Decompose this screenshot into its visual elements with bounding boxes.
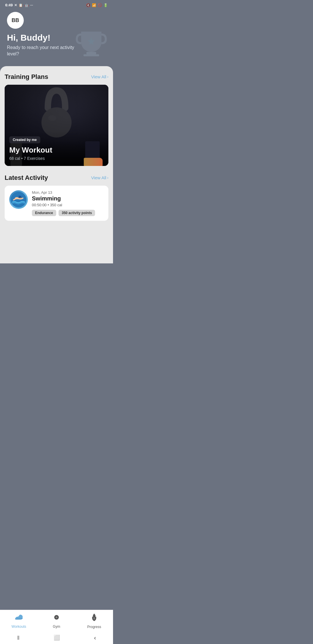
chevron-right-icon: ›: [107, 75, 108, 79]
training-plans-section: Training Plans View All ›: [5, 73, 108, 166]
wifi-icon: 📶: [92, 3, 96, 7]
training-plan-card[interactable]: Created by me My Workout 68 cal • 7 Exer…: [5, 85, 108, 166]
status-left: 6:49 ✕ 📋 🤖 ···: [5, 3, 33, 7]
tag-endurance: Endurance: [32, 210, 56, 216]
header-section: BB Hi, Buddy! Ready to reach your next a…: [0, 9, 113, 66]
status-right: 🔇 📶 🚫 🔋: [86, 3, 108, 7]
greeting-subtitle: Ready to reach your next activity level?: [7, 44, 82, 57]
avatar: BB: [7, 12, 24, 29]
latest-activity-section: Latest Activity View All ›: [5, 174, 108, 221]
latest-activity-view-all[interactable]: View All ›: [91, 175, 108, 180]
activity-thumbnail: [9, 190, 28, 209]
more-icon: ···: [30, 3, 33, 7]
created-badge: Created by me: [9, 136, 40, 143]
swimmer-illustration: [11, 192, 26, 207]
activity-tags: Endurance 350 activity points: [32, 210, 104, 216]
battery-icon: 🔋: [103, 3, 108, 7]
latest-activity-title: Latest Activity: [5, 174, 48, 182]
time-display: 6:49: [5, 3, 13, 7]
training-card-overlay: Created by me My Workout 68 cal • 7 Exer…: [5, 132, 108, 166]
mute-icon: 🔇: [86, 3, 90, 7]
activity-info: Mon, Apr 13 Swimming 00:50:00 • 350 cal …: [32, 190, 104, 216]
training-plans-title: Training Plans: [5, 73, 48, 81]
activity-date: Mon, Apr 13: [32, 190, 104, 195]
chevron-right-icon: ›: [107, 176, 108, 180]
activity-name: Swimming: [32, 195, 104, 202]
main-content: Training Plans View All ›: [0, 66, 113, 263]
status-bar: 6:49 ✕ 📋 🤖 ··· 🔇 📶 🚫 🔋: [0, 0, 113, 9]
latest-activity-header: Latest Activity View All ›: [5, 174, 108, 182]
svg-rect-0: [86, 52, 96, 54]
svg-point-4: [48, 115, 56, 121]
training-plans-header: Training Plans View All ›: [5, 73, 108, 81]
tag-points: 350 activity points: [59, 210, 95, 216]
training-plan-name: My Workout: [9, 146, 104, 155]
svg-point-5: [11, 192, 26, 207]
activity-meta: 00:50:00 • 350 cal: [32, 203, 104, 207]
activity-card[interactable]: Mon, Apr 13 Swimming 00:50:00 • 350 cal …: [5, 186, 108, 221]
clipboard-icon: 📋: [19, 3, 23, 7]
svg-rect-1: [83, 54, 99, 56]
no-sim-icon: 🚫: [98, 3, 102, 7]
trophy-icon: [75, 26, 107, 58]
training-plans-view-all[interactable]: View All ›: [91, 74, 108, 79]
training-plan-meta: 68 cal • 7 Exercises: [9, 156, 104, 161]
xms-icon: ✕: [14, 3, 17, 7]
android-icon: 🤖: [24, 3, 29, 7]
